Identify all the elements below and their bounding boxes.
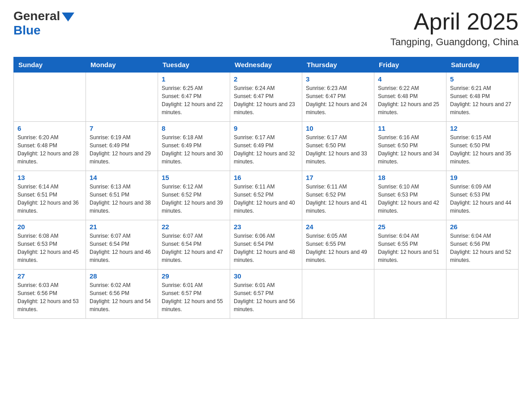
- day-number: 23: [234, 223, 298, 231]
- calendar-cell: 10Sunrise: 6:17 AMSunset: 6:50 PMDayligh…: [302, 122, 374, 171]
- day-number: 22: [162, 223, 226, 231]
- day-info: Sunrise: 6:03 AMSunset: 6:56 PMDaylight:…: [17, 281, 82, 313]
- calendar-cell: 18Sunrise: 6:10 AMSunset: 6:53 PMDayligh…: [374, 171, 446, 220]
- weekday-header-thursday: Thursday: [302, 57, 374, 73]
- calendar-cell: 30Sunrise: 6:01 AMSunset: 6:57 PMDayligh…: [230, 270, 302, 319]
- day-number: 18: [378, 174, 442, 181]
- calendar-cell: 28Sunrise: 6:02 AMSunset: 6:56 PMDayligh…: [86, 270, 158, 319]
- day-number: 26: [450, 223, 515, 231]
- calendar-cell: [446, 270, 519, 319]
- calendar-week-row: 6Sunrise: 6:20 AMSunset: 6:48 PMDaylight…: [14, 122, 519, 171]
- calendar-cell: 15Sunrise: 6:12 AMSunset: 6:52 PMDayligh…: [158, 171, 230, 220]
- day-info: Sunrise: 6:11 AMSunset: 6:52 PMDaylight:…: [306, 183, 370, 215]
- logo: General Blue: [13, 9, 74, 38]
- calendar-cell: 27Sunrise: 6:03 AMSunset: 6:56 PMDayligh…: [14, 270, 86, 319]
- day-info: Sunrise: 6:20 AMSunset: 6:48 PMDaylight:…: [17, 133, 82, 166]
- day-info: Sunrise: 6:24 AMSunset: 6:47 PMDaylight:…: [234, 84, 298, 116]
- calendar-week-row: 1Sunrise: 6:25 AMSunset: 6:47 PMDaylight…: [14, 73, 519, 122]
- day-info: Sunrise: 6:14 AMSunset: 6:51 PMDaylight:…: [17, 183, 82, 215]
- weekday-header-saturday: Saturday: [446, 57, 519, 73]
- day-number: 1: [162, 75, 226, 83]
- calendar-cell: 25Sunrise: 6:04 AMSunset: 6:55 PMDayligh…: [374, 220, 446, 270]
- calendar-cell: 29Sunrise: 6:01 AMSunset: 6:57 PMDayligh…: [158, 270, 230, 319]
- calendar-cell: [86, 73, 158, 122]
- day-info: Sunrise: 6:05 AMSunset: 6:55 PMDaylight:…: [306, 232, 370, 264]
- day-info: Sunrise: 6:18 AMSunset: 6:49 PMDaylight:…: [162, 133, 226, 166]
- day-info: Sunrise: 6:04 AMSunset: 6:55 PMDaylight:…: [378, 232, 442, 264]
- calendar-cell: 6Sunrise: 6:20 AMSunset: 6:48 PMDaylight…: [14, 122, 86, 171]
- logo-triangle-icon: [62, 13, 74, 21]
- calendar-title: April 2025: [390, 9, 519, 34]
- calendar-cell: 21Sunrise: 6:07 AMSunset: 6:54 PMDayligh…: [86, 220, 158, 270]
- title-block: April 2025 Tangping, Guangdong, China: [390, 9, 519, 48]
- calendar-cell: 20Sunrise: 6:08 AMSunset: 6:53 PMDayligh…: [14, 220, 86, 270]
- day-number: 2: [234, 75, 298, 83]
- day-info: Sunrise: 6:23 AMSunset: 6:47 PMDaylight:…: [306, 84, 370, 116]
- day-info: Sunrise: 6:06 AMSunset: 6:54 PMDaylight:…: [234, 232, 298, 264]
- day-number: 20: [17, 223, 82, 231]
- day-info: Sunrise: 6:21 AMSunset: 6:48 PMDaylight:…: [450, 84, 515, 116]
- day-number: 19: [450, 174, 515, 181]
- weekday-header-wednesday: Wednesday: [230, 57, 302, 73]
- day-number: 15: [162, 174, 226, 181]
- day-info: Sunrise: 6:12 AMSunset: 6:52 PMDaylight:…: [162, 183, 226, 215]
- calendar-week-row: 13Sunrise: 6:14 AMSunset: 6:51 PMDayligh…: [14, 171, 519, 220]
- day-number: 7: [90, 124, 154, 132]
- calendar-cell: 12Sunrise: 6:15 AMSunset: 6:50 PMDayligh…: [446, 122, 519, 171]
- day-info: Sunrise: 6:13 AMSunset: 6:51 PMDaylight:…: [90, 183, 154, 215]
- calendar-cell: 16Sunrise: 6:11 AMSunset: 6:52 PMDayligh…: [230, 171, 302, 220]
- day-number: 13: [17, 174, 82, 181]
- day-number: 11: [378, 124, 442, 132]
- day-info: Sunrise: 6:17 AMSunset: 6:50 PMDaylight:…: [306, 133, 370, 166]
- weekday-header-row: SundayMondayTuesdayWednesdayThursdayFrid…: [14, 57, 519, 73]
- calendar-cell: 26Sunrise: 6:04 AMSunset: 6:56 PMDayligh…: [446, 220, 519, 270]
- logo-general-text: General: [13, 9, 60, 23]
- calendar-cell: 5Sunrise: 6:21 AMSunset: 6:48 PMDaylight…: [446, 73, 519, 122]
- day-number: 16: [234, 174, 298, 181]
- page-header: General Blue April 2025 Tangping, Guangd…: [13, 9, 519, 48]
- day-info: Sunrise: 6:15 AMSunset: 6:50 PMDaylight:…: [450, 133, 515, 166]
- day-info: Sunrise: 6:25 AMSunset: 6:47 PMDaylight:…: [162, 84, 226, 116]
- calendar-week-row: 27Sunrise: 6:03 AMSunset: 6:56 PMDayligh…: [14, 270, 519, 319]
- day-number: 24: [306, 223, 370, 231]
- day-info: Sunrise: 6:22 AMSunset: 6:48 PMDaylight:…: [378, 84, 442, 116]
- calendar-cell: 19Sunrise: 6:09 AMSunset: 6:53 PMDayligh…: [446, 171, 519, 220]
- weekday-header-friday: Friday: [374, 57, 446, 73]
- calendar-cell: 23Sunrise: 6:06 AMSunset: 6:54 PMDayligh…: [230, 220, 302, 270]
- location-subtitle: Tangping, Guangdong, China: [390, 36, 519, 48]
- day-number: 27: [17, 272, 82, 280]
- calendar-table: SundayMondayTuesdayWednesdayThursdayFrid…: [13, 57, 519, 319]
- calendar-cell: 1Sunrise: 6:25 AMSunset: 6:47 PMDaylight…: [158, 73, 230, 122]
- day-info: Sunrise: 6:19 AMSunset: 6:49 PMDaylight:…: [90, 133, 154, 166]
- calendar-cell: 17Sunrise: 6:11 AMSunset: 6:52 PMDayligh…: [302, 171, 374, 220]
- calendar-cell: 11Sunrise: 6:16 AMSunset: 6:50 PMDayligh…: [374, 122, 446, 171]
- day-info: Sunrise: 6:07 AMSunset: 6:54 PMDaylight:…: [162, 232, 226, 264]
- calendar-week-row: 20Sunrise: 6:08 AMSunset: 6:53 PMDayligh…: [14, 220, 519, 270]
- day-number: 6: [17, 124, 82, 132]
- day-info: Sunrise: 6:01 AMSunset: 6:57 PMDaylight:…: [234, 281, 298, 313]
- day-number: 3: [306, 75, 370, 83]
- day-info: Sunrise: 6:04 AMSunset: 6:56 PMDaylight:…: [450, 232, 515, 264]
- day-number: 30: [234, 272, 298, 280]
- day-info: Sunrise: 6:02 AMSunset: 6:56 PMDaylight:…: [90, 281, 154, 313]
- day-info: Sunrise: 6:16 AMSunset: 6:50 PMDaylight:…: [378, 133, 442, 166]
- calendar-cell: 22Sunrise: 6:07 AMSunset: 6:54 PMDayligh…: [158, 220, 230, 270]
- calendar-cell: [374, 270, 446, 319]
- day-info: Sunrise: 6:09 AMSunset: 6:53 PMDaylight:…: [450, 183, 515, 215]
- day-number: 21: [90, 223, 154, 231]
- weekday-header-monday: Monday: [86, 57, 158, 73]
- calendar-cell: 2Sunrise: 6:24 AMSunset: 6:47 PMDaylight…: [230, 73, 302, 122]
- day-number: 5: [450, 75, 515, 83]
- day-number: 14: [90, 174, 154, 181]
- day-number: 29: [162, 272, 226, 280]
- calendar-cell: 9Sunrise: 6:17 AMSunset: 6:49 PMDaylight…: [230, 122, 302, 171]
- day-number: 4: [378, 75, 442, 83]
- day-info: Sunrise: 6:10 AMSunset: 6:53 PMDaylight:…: [378, 183, 442, 215]
- day-number: 28: [90, 272, 154, 280]
- day-number: 17: [306, 174, 370, 181]
- logo-blue-text: Blue: [13, 23, 41, 38]
- calendar-cell: 4Sunrise: 6:22 AMSunset: 6:48 PMDaylight…: [374, 73, 446, 122]
- calendar-cell: 14Sunrise: 6:13 AMSunset: 6:51 PMDayligh…: [86, 171, 158, 220]
- calendar-cell: 7Sunrise: 6:19 AMSunset: 6:49 PMDaylight…: [86, 122, 158, 171]
- day-number: 8: [162, 124, 226, 132]
